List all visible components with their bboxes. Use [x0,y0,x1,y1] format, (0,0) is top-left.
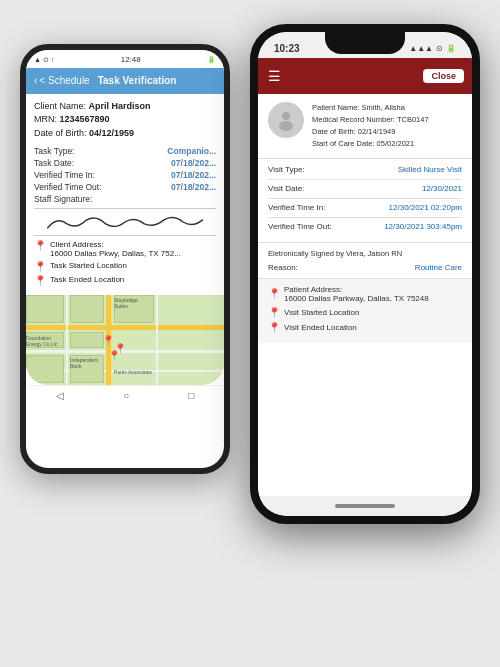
patient-address-pin-icon: 📍 [268,288,280,299]
address-label: Client Address: [50,240,104,249]
map-pin-address: 📍 [102,335,114,346]
client-name-value: April Hardison [89,101,151,111]
back-chevron-icon: ‹ [34,75,37,86]
nav-title: Task Verification [98,75,177,86]
visit-started-row: 📍 Visit Started Location [268,307,462,318]
phones-container: ▲ ⊙ ↑ 12:48 🔋 ‹ < Schedule Task Verifica… [20,24,480,644]
verified-out-value: 07/18/202... [171,182,216,192]
mrn-value: 1234567890 [60,114,110,124]
task-ended-label: Task Ended Location [50,275,124,284]
data-icon: ↑ [51,56,55,63]
phone2-header: ☰ Close [258,58,472,94]
phone1-status-left-icons: ▲ ⊙ ↑ [34,56,54,64]
phone1-map: StaybridgeSuites FoundationEnergy Co Llc… [26,295,224,385]
svg-point-0 [282,112,290,120]
home-nav-button[interactable]: ○ [123,390,129,401]
phone1: ▲ ⊙ ↑ 12:48 🔋 ‹ < Schedule Task Verifica… [20,44,230,474]
client-address-row: 📍 Client Address: 16000 Dallas Pkwy, Dal… [34,240,216,258]
client-name-row: Client Name: April Hardison [34,100,216,114]
visit-date-row: Visit Date: 12/30/2021 [268,184,462,193]
task-started-row: 📍 Task Started Location [34,261,216,272]
dob-value: 04/12/1959 [89,128,134,138]
phone1-status-right-icons: 🔋 [207,56,216,64]
map-block-5 [70,332,104,348]
phone2: 10:23 ▲▲▲ ⊙ 🔋 ☰ Close [250,24,480,524]
field-divider-1 [268,179,462,180]
client-mrn-row: MRN: 1234567890 [34,113,216,127]
visit-time-out-label: Verified Time Out: [268,222,332,231]
patient-address-row: 📍 Patient Address: 16000 Dallas Parkway,… [268,285,462,303]
client-info: Client Name: April Hardison MRN: 1234567… [34,100,216,141]
task-type-value: Companio... [167,146,216,156]
phone2-fields: Visit Type: Skilled Nurse Visit Visit Da… [258,159,472,243]
close-button[interactable]: Close [423,69,464,83]
patient-address-value: 16000 Dallas Parkway, Dallas, TX 75248 [284,294,429,303]
patient-avatar [268,102,304,138]
back-button[interactable]: ‹ < Schedule [34,75,90,86]
signed-text: Eletronically Signed by Viera, Jaison RN [268,249,462,258]
phone1-status-bar: ▲ ⊙ ↑ 12:48 🔋 [26,50,224,68]
task-ended-row: 📍 Task Ended Location [34,275,216,286]
battery-icon: 🔋 [446,44,456,53]
field-divider-2 [268,198,462,199]
wifi-icon: ⊙ [43,56,49,64]
phone2-address-section: 📍 Patient Address: 16000 Dallas Parkway,… [258,279,472,343]
phone2-notch [325,32,405,54]
mrn-label: MRN: [34,114,57,124]
phone2-status-icons: ▲▲▲ ⊙ 🔋 [409,44,456,53]
started-pin-icon: 📍 [34,261,46,272]
visit-date-value: 12/30/2021 [422,184,462,193]
map-label-parks: Parks Associates [114,369,152,375]
phone2-content: Patient Name: Smith, Alisha Medical Reco… [258,94,472,496]
road-v1 [66,295,68,385]
verified-in-row: Verified Time In: 07/18/202... [34,170,216,180]
task-started-label: Task Started Location [50,261,127,270]
dob-label: Date of Birth: [34,128,87,138]
task-date-value: 07/18/202... [171,158,216,168]
visit-date-label: Visit Date: [268,184,304,193]
staff-sig-row: Staff Signature: [34,194,216,204]
task-date-label: Task Date: [34,158,74,168]
phone2-bottom-bar [258,496,472,516]
phone1-bottom-bar: ◁ ○ □ [26,385,224,405]
svg-point-1 [279,121,293,131]
visit-ended-label: Visit Ended Location [284,323,357,332]
client-dob-row: Date of Birth: 04/12/1959 [34,127,216,141]
map-pin-end: 📍 [108,350,120,361]
back-nav-button[interactable]: ◁ [56,390,64,401]
visit-time-in-label: Verified Time In: [268,203,325,212]
signal-bars-icon: ▲▲▲ [409,44,433,53]
visit-started-pin-icon: 📍 [268,307,280,318]
visit-type-label: Visit Type: [268,165,305,174]
patient-address-text: Patient Address: 16000 Dallas Parkway, D… [284,285,429,303]
road-h1 [26,325,224,330]
address-pin-icon: 📍 [34,240,46,251]
back-label: < Schedule [39,75,89,86]
map-block-2 [70,295,104,323]
patient-name: Patient Name: Smith, Alisha [312,102,429,114]
patient-section: Patient Name: Smith, Alisha Medical Reco… [258,94,472,159]
patient-address-label: Patient Address: [284,285,429,294]
phone2-screen: 10:23 ▲▲▲ ⊙ 🔋 ☰ Close [258,32,472,516]
task-type-row: Task Type: Companio... [34,146,216,156]
verified-out-row: Verified Time Out: 07/18/202... [34,182,216,192]
visit-time-out-row: Verified Time Out: 12/30/2021 303:45pm [268,222,462,231]
verified-in-value: 07/18/202... [171,170,216,180]
signal-icon: ▲ [34,56,41,63]
road-v3 [156,295,158,385]
battery-icon: 🔋 [207,56,216,64]
patient-dob: Date of Birth: 02/14/1949 [312,126,429,138]
visit-ended-row: 📍 Visit Ended Location [268,322,462,333]
client-address-text: Client Address: 16000 Dallas Pkwy, Dalla… [50,240,181,258]
task-date-row: Task Date: 07/18/202... [34,158,216,168]
hamburger-menu-button[interactable]: ☰ [268,68,281,84]
patient-start-care: Start of Care Date: 05/02/2021 [312,138,429,150]
visit-time-out-value: 12/30/2021 303:45pm [384,222,462,231]
visit-ended-pin-icon: 📍 [268,322,280,333]
visit-type-row: Visit Type: Skilled Nurse Visit [268,165,462,174]
map-block-6 [26,355,64,383]
field-divider-3 [268,217,462,218]
map-label-bank: IndependentBank [70,357,98,369]
recent-nav-button[interactable]: □ [188,390,194,401]
visit-time-in-row: Verified Time In: 12/30/2021 02:20pm [268,203,462,212]
